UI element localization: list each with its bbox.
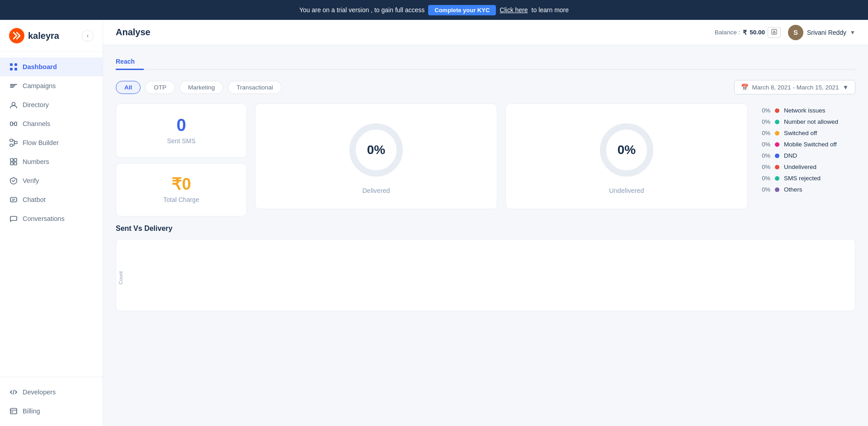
sidebar-bottom: Developers Billing [0, 377, 103, 426]
date-picker-chevron: ▼ [843, 84, 849, 91]
user-area[interactable]: S Srivani Reddy ▼ [788, 25, 855, 40]
svg-rect-6 [10, 122, 13, 126]
main-header: Analyse Balance : ₹ 50.00 S Srivani Redd… [103, 20, 868, 45]
filter-transactional[interactable]: Transactional [228, 81, 282, 94]
chevron-down-icon: ▼ [850, 29, 855, 36]
legend-item: 0% Switched off [756, 130, 855, 136]
svg-rect-8 [10, 139, 13, 141]
sidebar-item-billing[interactable]: Billing [0, 402, 103, 421]
banner-suffix: to learn more [532, 6, 569, 14]
svg-rect-7 [14, 122, 17, 126]
filter-row: All OTP Marketing Transactional 📅 March … [116, 80, 855, 94]
donut-cards: 0% Delivered 0% Undelivered [255, 103, 748, 209]
delivered-pct: 0% [367, 143, 385, 157]
kaleyra-logo-icon [9, 28, 24, 43]
legend-item: 0% Network issues [756, 107, 855, 114]
conversations-icon [9, 214, 18, 223]
sidebar-item-flow-builder[interactable]: Flow Builder [0, 133, 103, 152]
sidebar-item-directory[interactable]: Directory [0, 95, 103, 114]
stats-row: 0 Sent SMS ₹0 Total Charge [116, 103, 855, 216]
legend-pct: 0% [756, 164, 770, 170]
sent-vs-delivery-section: Sent Vs Delivery Count [116, 225, 855, 311]
date-picker-button[interactable]: 📅 March 8, 2021 - March 15, 2021 ▼ [734, 80, 855, 94]
sent-sms-label: Sent SMS [167, 137, 195, 145]
legend-label: Others [784, 186, 802, 193]
sidebar-item-campaigns[interactable]: Campaigns [0, 76, 103, 95]
chart-area: Count [116, 239, 855, 311]
sidebar-item-label: Directory [23, 101, 49, 108]
learn-more-link[interactable]: Click here [500, 6, 528, 14]
sidebar-item-developers[interactable]: Developers [0, 383, 103, 402]
header-right: Balance : ₹ 50.00 S Srivani Reddy ▼ [715, 25, 855, 40]
sidebar-item-label: Conversations [23, 215, 65, 222]
sidebar-item-channels[interactable]: Channels [0, 114, 103, 133]
page-body: Reach All OTP Marketing Transactional 📅 … [103, 45, 868, 426]
sidebar-item-verify[interactable]: Verify [0, 171, 103, 190]
balance-label: Balance : [715, 29, 740, 36]
main-content: Analyse Balance : ₹ 50.00 S Srivani Redd… [103, 20, 868, 426]
sidebar-item-conversations[interactable]: Conversations [0, 209, 103, 228]
sidebar-item-numbers[interactable]: Numbers [0, 152, 103, 171]
legend-item: 0% Number not allowed [756, 118, 855, 125]
tab-reach[interactable]: Reach [116, 54, 144, 70]
legend-item: 0% Mobile Switched off [756, 141, 855, 148]
undelivered-pct: 0% [618, 143, 636, 157]
sidebar-logo: kaleyra ‹ [0, 20, 103, 52]
balance-area: Balance : ₹ 50.00 [715, 27, 781, 38]
avatar: S [788, 25, 803, 40]
channels-icon [9, 119, 18, 128]
billing-icon [9, 407, 18, 416]
legend-label: Number not allowed [784, 118, 838, 125]
legend-dot [775, 142, 779, 147]
sidebar-item-label: Campaigns [23, 82, 56, 89]
sidebar-item-dashboard[interactable]: Dashboard [0, 57, 103, 76]
legend-item: 0% Others [756, 186, 855, 193]
legend-dot [775, 165, 779, 169]
sidebar-item-label: Chatbot [23, 196, 46, 203]
sidebar-item-label: Developers [23, 389, 56, 396]
svg-rect-9 [14, 141, 17, 144]
left-cards: 0 Sent SMS ₹0 Total Charge [116, 103, 247, 216]
svg-rect-17 [11, 412, 13, 412]
trial-banner: You are on a trial version , to gain ful… [0, 0, 868, 20]
sent-sms-value: 0 [176, 117, 186, 134]
legend-pct: 0% [756, 175, 770, 182]
svg-rect-4 [14, 68, 17, 70]
total-charge-value: ₹0 [171, 176, 191, 192]
verify-icon [9, 176, 18, 185]
svg-rect-2 [14, 63, 17, 66]
flow-builder-icon [9, 138, 18, 147]
legend-label: Network issues [784, 107, 826, 114]
user-name: Srivani Reddy [807, 29, 846, 36]
numbers-icon [9, 157, 18, 166]
filter-all[interactable]: All [116, 81, 141, 94]
logo-text: kaleyra [28, 31, 59, 41]
legend-pct: 0% [756, 118, 770, 125]
filter-otp[interactable]: OTP [145, 81, 175, 94]
total-charge-label: Total Charge [163, 196, 199, 203]
legend-dot [775, 176, 779, 181]
legend-label: SMS rejected [784, 175, 821, 182]
sidebar-collapse-button[interactable]: ‹ [82, 30, 94, 42]
calendar-icon: 📅 [741, 84, 749, 91]
sent-sms-card: 0 Sent SMS [116, 103, 247, 158]
svg-rect-3 [10, 68, 13, 70]
legend-label: Switched off [784, 130, 817, 136]
legend-pct: 0% [756, 141, 770, 148]
filter-marketing[interactable]: Marketing [179, 81, 223, 94]
legend-panel: 0% Network issues 0% Number not allowed … [756, 103, 855, 193]
sidebar-item-label: Numbers [23, 158, 49, 165]
legend-dot [775, 187, 779, 192]
sent-vs-delivery-title: Sent Vs Delivery [116, 225, 855, 233]
total-charge-card: ₹0 Total Charge [116, 163, 247, 216]
svg-rect-13 [10, 162, 13, 165]
kyc-button[interactable]: Complete your KYC [428, 5, 496, 15]
legend-label: Undelivered [784, 164, 816, 170]
balance-export-button[interactable] [768, 27, 781, 38]
legend-dot [775, 108, 779, 113]
developers-icon [9, 388, 18, 397]
sidebar-item-label: Dashboard [23, 63, 57, 70]
sidebar-item-chatbot[interactable]: Chatbot [0, 190, 103, 209]
sidebar-item-label: Flow Builder [23, 139, 59, 146]
sidebar-item-label: Channels [23, 120, 50, 127]
